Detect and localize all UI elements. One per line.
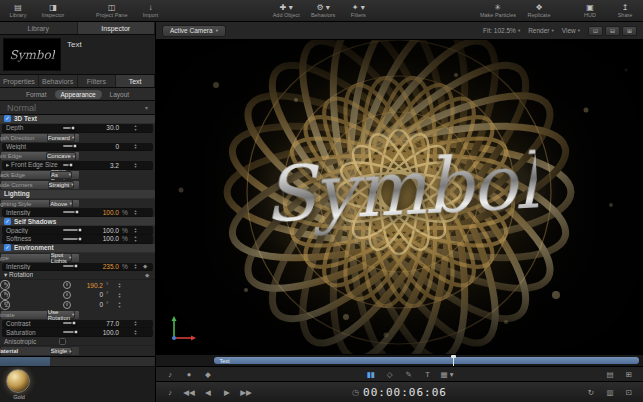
- view-popup[interactable]: View ▾: [562, 27, 580, 34]
- zoom-level-popup[interactable]: Fit: 102.5% ▾: [483, 27, 520, 34]
- behaviors-button[interactable]: ⚙ ▾Behaviors: [311, 3, 335, 18]
- grid-icon[interactable]: ⊞: [623, 370, 635, 379]
- value-stepper[interactable]: ▴▾: [133, 320, 138, 327]
- record-icon[interactable]: ●: [183, 370, 195, 379]
- contrast-slider[interactable]: [63, 322, 88, 324]
- project-pane-button[interactable]: ◫Project Pane: [96, 3, 128, 18]
- step-back-icon[interactable]: ◀: [202, 388, 214, 397]
- param-value[interactable]: 100.0: [93, 227, 119, 234]
- canvas-view-button-3[interactable]: ⊞: [622, 26, 637, 36]
- mute-icon[interactable]: ♪: [164, 388, 176, 397]
- timeline-track-text[interactable]: Text: [214, 357, 639, 364]
- value-stepper[interactable]: ▴▾: [133, 143, 138, 150]
- tab-library[interactable]: Library: [0, 22, 78, 34]
- tab-properties[interactable]: Properties: [0, 75, 39, 87]
- depth-slider[interactable]: [63, 127, 88, 129]
- pause-icon[interactable]: ▮▮: [365, 370, 377, 379]
- param-value[interactable]: 0: [77, 301, 103, 308]
- type-popup[interactable]: Spot Lights▾: [50, 253, 72, 262]
- audio-icon[interactable]: ♪: [164, 370, 176, 379]
- param-value[interactable]: 100.0: [93, 329, 119, 336]
- keyframe-icon[interactable]: ◆: [143, 272, 151, 278]
- value-stepper[interactable]: ▴▾: [133, 162, 138, 169]
- mini-timeline[interactable]: Text: [156, 354, 643, 366]
- playhead[interactable]: [453, 355, 454, 366]
- value-stepper[interactable]: ▴▾: [133, 227, 138, 234]
- material-strip[interactable]: [0, 357, 155, 367]
- front-edge-size-slider[interactable]: [63, 164, 88, 166]
- value-stepper[interactable]: ▴▾: [133, 124, 138, 131]
- inspector-button[interactable]: ◨Inspector: [41, 3, 65, 18]
- share-button[interactable]: ↥Share: [613, 3, 637, 18]
- y-rotation-dial[interactable]: [63, 291, 71, 299]
- material-popup[interactable]: Single▾: [50, 347, 73, 356]
- filters-button[interactable]: ✦ ▾Filters: [346, 3, 370, 18]
- animate-popup[interactable]: Use Rotation▾: [47, 310, 76, 319]
- param-value[interactable]: 77.0: [93, 320, 119, 327]
- make-particles-button[interactable]: ✳Make Particles: [480, 3, 516, 18]
- weight-slider[interactable]: [63, 145, 88, 147]
- replicate-button[interactable]: ❖Replicate: [527, 3, 551, 18]
- intensity-slider[interactable]: [63, 265, 88, 267]
- value-stepper[interactable]: ▴▾: [117, 282, 122, 289]
- opacity-slider[interactable]: [63, 229, 88, 231]
- param-value[interactable]: 235.0: [93, 263, 119, 270]
- environment-checkbox[interactable]: ✓: [4, 244, 11, 251]
- tab-format[interactable]: Format: [20, 90, 53, 99]
- play-icon[interactable]: ▶: [221, 388, 233, 397]
- tab-inspector[interactable]: Inspector: [78, 22, 156, 34]
- param-value[interactable]: 100.0: [93, 235, 119, 242]
- value-stepper[interactable]: ▴▾: [133, 235, 138, 242]
- view-options-icon[interactable]: ▥: [604, 388, 616, 397]
- self-shadows-checkbox[interactable]: ✓: [4, 218, 11, 225]
- canvas-view-button-2[interactable]: ⊟: [605, 26, 620, 36]
- anisotropic-checkbox[interactable]: [59, 338, 66, 345]
- value-stepper[interactable]: ▴▾: [117, 292, 122, 299]
- tab-behaviors[interactable]: Behaviors: [39, 75, 78, 87]
- import-button[interactable]: ↓Import: [139, 3, 163, 18]
- value-stepper[interactable]: ▴▾: [133, 209, 138, 216]
- front-edge-popup[interactable]: Concave▾: [46, 152, 76, 161]
- render-popup[interactable]: Render ▾: [528, 27, 554, 34]
- param-value[interactable]: 190.2: [77, 282, 103, 289]
- keyframe-icon[interactable]: ◆: [141, 263, 149, 269]
- zoom-timeline-icon[interactable]: ⊡: [623, 388, 635, 397]
- tab-text[interactable]: Text: [116, 75, 155, 87]
- layer-thumbnail[interactable]: Symbol: [3, 38, 61, 71]
- 3d-text-checkbox[interactable]: ✓: [4, 115, 11, 122]
- param-value[interactable]: 30.0: [93, 124, 119, 131]
- marker-icon[interactable]: ◇: [384, 370, 396, 379]
- canvas-view-button-1[interactable]: ⊡: [588, 26, 603, 36]
- value-stepper[interactable]: ▴▾: [133, 329, 138, 336]
- softness-slider[interactable]: [63, 238, 88, 240]
- z-rotation-dial[interactable]: [63, 301, 71, 309]
- saturation-slider[interactable]: [63, 331, 88, 333]
- library-button[interactable]: ▤Library: [6, 3, 30, 18]
- active-camera-popup[interactable]: Active Camera ▾: [162, 25, 226, 37]
- value-stepper[interactable]: ▴▾: [133, 263, 138, 270]
- intensity-slider[interactable]: [63, 211, 88, 213]
- inside-corners-popup[interactable]: Straight▾: [48, 181, 75, 190]
- tab-layout[interactable]: Layout: [104, 90, 136, 99]
- param-value[interactable]: 100.0: [93, 209, 119, 216]
- material-swatch[interactable]: [6, 369, 30, 393]
- add-object-button[interactable]: ✚ ▾Add Object: [273, 3, 300, 18]
- canvas-viewport[interactable]: Symbol: [156, 40, 643, 354]
- film-icon[interactable]: ▤: [604, 370, 616, 379]
- jump-end-icon[interactable]: ▶▶: [240, 388, 252, 397]
- jump-start-icon[interactable]: ◀◀: [183, 388, 195, 397]
- lighting-style-popup[interactable]: Above▾: [49, 199, 72, 208]
- layout-icon[interactable]: ▦ ▾: [441, 370, 454, 379]
- param-value[interactable]: 0: [93, 143, 119, 150]
- hud-button[interactable]: ▣HUD: [578, 3, 602, 18]
- tab-filters[interactable]: Filters: [78, 75, 117, 87]
- x-rotation-dial[interactable]: [63, 281, 71, 289]
- blend-mode-popup[interactable]: Normal ▾: [0, 101, 155, 115]
- text-tool-icon[interactable]: T: [422, 370, 434, 379]
- keyframe-icon[interactable]: ◆: [202, 370, 214, 379]
- depth-direction-popup[interactable]: Forward▾: [47, 133, 75, 142]
- param-value[interactable]: 0: [77, 291, 103, 298]
- tab-appearance[interactable]: Appearance: [55, 90, 102, 99]
- value-stepper[interactable]: ▴▾: [117, 301, 122, 308]
- param-value[interactable]: 3.2: [93, 162, 119, 169]
